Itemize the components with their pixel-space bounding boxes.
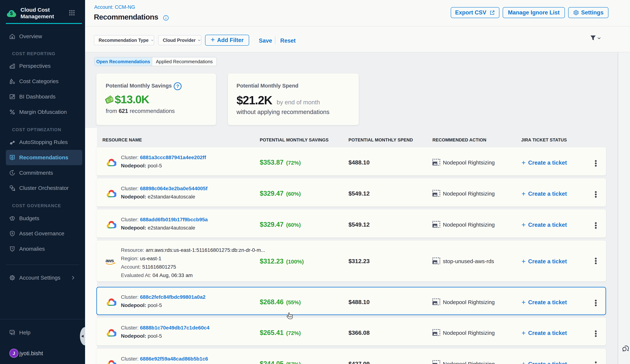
svg-text:aws: aws (106, 259, 114, 263)
svg-text:?: ? (11, 331, 12, 333)
svg-text:$: $ (12, 216, 13, 219)
svg-text:$: $ (10, 10, 13, 16)
svg-text:?: ? (176, 84, 179, 89)
svg-text:$: $ (12, 232, 13, 235)
